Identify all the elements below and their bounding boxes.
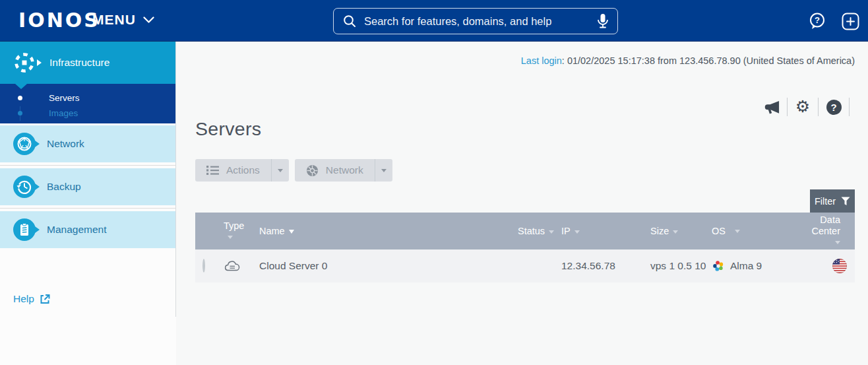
sort-arrow-icon[interactable] <box>228 236 233 239</box>
row-cell-size: vps 1 0.5 10 <box>645 260 708 272</box>
caret-down-icon <box>381 169 387 172</box>
sort-arrow-icon[interactable] <box>289 230 294 234</box>
row-cell-os: Alma 9 <box>708 259 803 273</box>
column-label: Name <box>259 226 285 236</box>
row-cell-type <box>219 259 251 273</box>
active-item-notch <box>15 84 27 89</box>
sidebar-divider <box>0 165 175 166</box>
help-link[interactable]: Help <box>13 293 50 305</box>
filter-button-label: Filter <box>815 196 836 207</box>
gear-icon[interactable]: ⚙ <box>794 98 811 116</box>
column-label: Status <box>518 226 545 236</box>
network-dropdown-button[interactable] <box>375 159 392 182</box>
search-input[interactable] <box>364 15 590 28</box>
sidebar-item-label: Management <box>47 224 106 236</box>
almalinux-icon <box>712 259 725 273</box>
column-label: IP <box>561 226 571 236</box>
row-radio-button[interactable] <box>202 259 205 273</box>
network-button[interactable]: Network <box>295 159 375 182</box>
menu-button[interactable]: MENU <box>92 12 154 28</box>
row-cell-name[interactable]: Cloud Server 0 <box>251 260 512 272</box>
search-icon <box>342 14 357 28</box>
top-navbar: IONOS MENU ? <box>0 0 868 42</box>
bullet-icon <box>18 96 22 100</box>
sort-arrow-icon[interactable] <box>574 230 580 234</box>
actions-button[interactable]: Actions <box>195 159 271 182</box>
ionos-logo[interactable]: IONOS <box>18 9 100 32</box>
list-icon <box>206 165 219 176</box>
sidebar-subitem-images[interactable]: Images <box>0 106 175 121</box>
actions-button-label: Actions <box>226 164 260 176</box>
last-login-line: Last login: 01/02/2025 15:17:38 from 123… <box>521 55 855 66</box>
sidebar-item-label: Network <box>47 138 84 150</box>
subitem-label: Images <box>49 108 78 118</box>
table-row[interactable]: Cloud Server 0 12.34.56.78 vps 1 0.5 10 … <box>195 249 855 282</box>
help-circle-icon[interactable]: ? <box>825 100 842 115</box>
page-action-icons: ⚙ ? <box>763 97 856 117</box>
sort-arrow-icon[interactable] <box>735 230 740 233</box>
header-cell-status[interactable]: Status <box>512 226 556 236</box>
header-cell-data-center[interactable]: Data Center <box>803 215 855 248</box>
header-cell-ip[interactable]: IP <box>556 226 645 236</box>
search-bar[interactable] <box>333 8 618 34</box>
menu-label: MENU <box>92 12 136 28</box>
sidebar-divider <box>0 208 175 209</box>
column-label: Data Center <box>811 215 840 236</box>
sidebar-item-management[interactable]: Management <box>0 211 175 248</box>
filter-button[interactable]: Filter <box>810 189 855 213</box>
sidebar-item-label: Backup <box>47 181 81 193</box>
infrastructure-icon <box>12 50 37 75</box>
announcements-icon[interactable] <box>763 99 780 116</box>
header-cell-size[interactable]: Size <box>645 226 708 236</box>
row-cell-data-center <box>803 259 855 273</box>
network-icon <box>13 133 36 155</box>
header-cell-os[interactable]: OS <box>708 226 803 236</box>
header-cell-name[interactable]: Name <box>251 226 512 236</box>
sidebar-item-network[interactable]: Network <box>0 125 175 162</box>
column-label: Type <box>224 220 244 231</box>
funnel-icon <box>841 197 850 206</box>
management-icon <box>13 218 36 241</box>
icon-divider <box>787 98 788 116</box>
sort-arrow-icon[interactable] <box>549 230 554 234</box>
sidebar: Infrastructure Servers Images Network <box>0 42 176 365</box>
sort-arrow-icon[interactable] <box>835 241 840 244</box>
sidebar-item-backup[interactable]: Backup <box>0 168 175 205</box>
svg-text:?: ? <box>815 15 820 25</box>
last-login-details: : 01/02/2025 15:17:38 from 123.456.78.90… <box>562 55 855 66</box>
table-header-row: Type Name Status IP Size OS Data Center <box>195 213 855 249</box>
subitem-label: Servers <box>49 93 80 103</box>
help-chat-icon[interactable]: ? <box>808 12 826 30</box>
row-cell-select <box>195 260 219 272</box>
bullet-icon <box>18 111 22 116</box>
page-title: Servers <box>195 118 261 140</box>
last-login-link[interactable]: Last login <box>521 55 562 66</box>
external-link-icon <box>40 294 50 304</box>
icon-divider <box>849 98 850 116</box>
servers-table: Type Name Status IP Size OS Data Center … <box>195 213 855 282</box>
os-label: Alma 9 <box>730 260 762 272</box>
chevron-down-icon <box>143 17 154 24</box>
cloud-server-icon <box>224 259 251 273</box>
help-link-label: Help <box>13 293 34 305</box>
sidebar-subitem-servers[interactable]: Servers <box>0 90 175 106</box>
actions-button-group: Actions <box>195 159 289 182</box>
sort-arrow-icon[interactable] <box>673 230 678 234</box>
caret-down-icon <box>278 169 283 172</box>
header-cell-type[interactable]: Type <box>219 220 251 242</box>
toolbar: Actions Network <box>195 159 392 182</box>
network-button-group: Network <box>295 159 392 182</box>
actions-dropdown-button[interactable] <box>271 159 289 182</box>
backup-icon <box>13 176 36 198</box>
microphone-icon[interactable] <box>597 13 609 29</box>
main-content: Last login: 01/02/2025 15:17:38 from 123… <box>176 42 868 365</box>
us-flag-icon <box>832 259 847 273</box>
add-product-icon[interactable] <box>842 13 859 30</box>
column-label: OS <box>712 226 726 236</box>
sidebar-item-infrastructure[interactable]: Infrastructure <box>0 42 175 84</box>
sidebar-item-label: Infrastructure <box>49 57 109 69</box>
row-cell-ip: 12.34.56.78 <box>556 260 645 272</box>
row-cell-status <box>512 260 556 272</box>
globe-icon <box>306 164 319 177</box>
network-button-label: Network <box>326 164 363 176</box>
